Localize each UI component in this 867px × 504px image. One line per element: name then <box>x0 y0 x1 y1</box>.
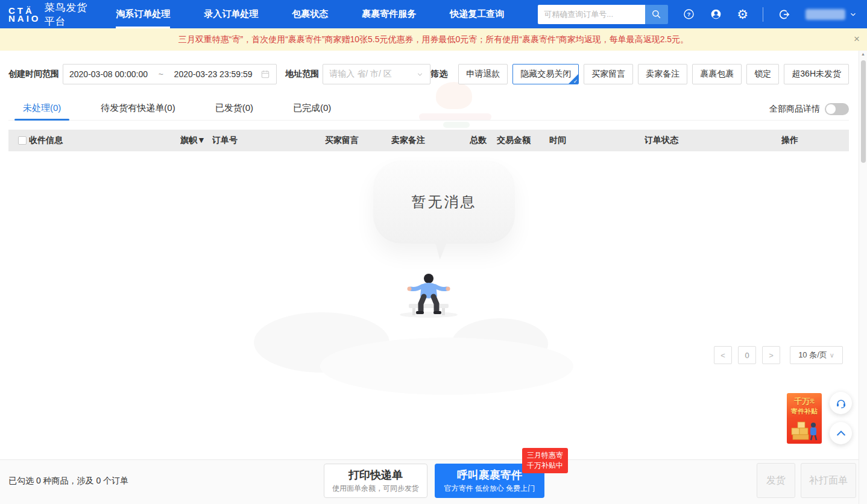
scrollbar-up-arrow[interactable]: ▲ <box>859 52 867 56</box>
ship-button[interactable]: 发货 <box>757 463 795 498</box>
table-column-header: 操作 <box>781 135 849 146</box>
user-menu-caret[interactable] <box>849 10 857 19</box>
nav-item-label: 快递复工查询 <box>450 8 504 20</box>
order-search-box <box>538 5 668 24</box>
filter-chip[interactable]: 裹裹包裹 <box>692 64 742 84</box>
product-detail-toggle-group: 全部商品详情 <box>769 103 849 120</box>
table-column-header: 收件信息 <box>29 135 180 146</box>
pagination: < 0 > 10 条/页 ∨ <box>708 346 843 364</box>
select-all-checkbox[interactable] <box>18 136 27 145</box>
logo-mark: CTÄ NAIO <box>8 7 41 22</box>
print-waybill-title: 打印快递单 <box>348 468 403 482</box>
gear-icon: ⚙ <box>737 8 748 20</box>
filter-chip-label: 超36H未发货 <box>792 69 841 78</box>
tab[interactable]: 待发货有快递单(0) <box>99 96 176 120</box>
table-column-header: 交易金额 <box>497 135 549 146</box>
filter-chip[interactable]: 买家留言 <box>584 64 633 84</box>
tab[interactable]: 未处理(0) <box>22 96 62 120</box>
address-select[interactable]: 请输入 省/ 市/ 区 <box>323 64 430 84</box>
filter-chip-list: 申请退款 隐藏交易关闭 买家留言 卖家备注 裹裹包裹 锁定 超36H未发货 <box>453 64 849 84</box>
table-column-header: 总数 <box>470 135 497 146</box>
table-column-header: 订单状态 <box>645 135 781 146</box>
chevron-down-icon <box>416 71 424 78</box>
nav-item[interactable]: 包裹状态 <box>292 0 328 28</box>
table-column-header[interactable]: 旗帜▼ <box>180 135 212 146</box>
date-range-picker[interactable]: 2020-03-08 00:00:00 ~ 2020-03-23 23:59:5… <box>63 64 277 84</box>
table-column-header: 时间 <box>549 135 645 146</box>
nav-item[interactable]: 快递复工查询 <box>450 0 504 28</box>
table-column-header: 卖家备注 <box>391 135 470 146</box>
scrollbar-thumb[interactable] <box>861 60 866 163</box>
app-root: CTÄ NAIO 菜鸟发货平台 淘系订单处理 录入订单处理 包裹状态 <box>0 0 867 504</box>
table-column-header: 订单号 <box>212 135 325 146</box>
filter-chip[interactable]: 卖家备注 <box>638 64 687 84</box>
tab-label: 已完成(0) <box>293 102 331 113</box>
nav-item[interactable]: 裹裹寄件服务 <box>362 0 416 28</box>
vertical-scrollbar[interactable]: ▲ <box>859 51 867 504</box>
ad-line2: 寄件补贴 <box>787 407 822 416</box>
next-page-button[interactable]: > <box>762 346 780 364</box>
top-nav: CTÄ NAIO 菜鸟发货平台 淘系订单处理 录入订单处理 包裹状态 <box>0 0 867 28</box>
logo-line2: NAIO <box>8 14 41 22</box>
print-waybill-button[interactable]: 打印快递单 使用面单余额，可同步发货 <box>324 464 427 498</box>
filter-chip-label: 买家留言 <box>591 69 625 78</box>
toggle-knob <box>826 104 836 114</box>
filter-chip[interactable]: 申请退款 <box>458 64 508 84</box>
call-guoguo-title: 呼叫裹裹寄件 <box>457 468 522 482</box>
filter-row: 创建时间范围 2020-03-08 00:00:00 ~ 2020-03-23 … <box>8 64 849 84</box>
promo-badge: 三月特惠寄 千万补贴中 <box>522 448 568 473</box>
print-waybill-subtitle: 使用面单余额，可同步发货 <box>332 484 419 494</box>
headset-icon <box>710 8 722 20</box>
tab[interactable]: 已完成(0) <box>292 96 332 120</box>
tab-label: 已发货(0) <box>215 102 253 113</box>
floating-service-button[interactable] <box>830 392 852 414</box>
nav-item-label: 包裹状态 <box>292 8 328 20</box>
search-button[interactable] <box>645 5 668 24</box>
tab[interactable]: 已发货(0) <box>214 96 254 120</box>
filter-chip-label: 裹裹包裹 <box>700 69 734 78</box>
table-header: 收件信息 旗帜▼ 订单号 买家留言 卖家备注 总数 交易金额 时间 订单状态 <box>8 130 849 151</box>
filter-label: 筛选 <box>430 69 447 80</box>
nav-item-label: 裹裹寄件服务 <box>362 8 416 20</box>
product-detail-toggle[interactable] <box>825 103 849 115</box>
nav-item[interactable]: 录入订单处理 <box>204 0 258 28</box>
svg-text:?: ? <box>687 11 691 17</box>
banner-close-button[interactable]: × <box>854 34 860 45</box>
logout-button[interactable] <box>778 8 791 21</box>
nav-item[interactable]: 淘系订单处理 <box>116 0 170 28</box>
settings-button[interactable]: ⚙ <box>737 8 748 20</box>
logout-icon <box>778 8 791 21</box>
filter-chip[interactable]: 隐藏交易关闭 <box>512 64 579 84</box>
date-start: 2020-03-08 00:00:00 <box>69 69 148 79</box>
customer-service-button[interactable] <box>710 8 722 20</box>
promo-badge-line1: 三月特惠寄 <box>527 450 563 461</box>
tabs-row: 未处理(0) 待发货有快递单(0) 已发货(0) 已完成(0) 全部商品详情 <box>8 95 849 121</box>
sitting-person-illustration <box>396 258 462 318</box>
call-guoguo-subtitle: 官方寄件 低价放心 免费上门 <box>444 484 535 494</box>
bottom-action-bar: 已勾选 0 种商品，涉及 0 个订单 打印快递单 使用面单余额，可同步发货 呼叫… <box>0 459 859 504</box>
filter-chip-label: 申请退款 <box>466 69 500 78</box>
topnav-right: ? ⚙ <box>538 5 867 24</box>
address-placeholder: 请输入 省/ 市/ 区 <box>329 69 391 80</box>
toggle-label: 全部商品详情 <box>769 104 820 115</box>
subsidy-ad-banner[interactable]: 千万元 寄件补贴 <box>787 393 822 444</box>
ad-line1: 千万 <box>794 397 810 406</box>
main-nav: 淘系订单处理 录入订单处理 包裹状态 裹裹寄件服务 快递复工查询 <box>116 0 538 28</box>
help-button[interactable]: ? <box>683 8 695 20</box>
headset-icon <box>835 397 847 409</box>
topnav-divider <box>763 7 763 22</box>
back-to-top-button[interactable] <box>830 422 852 444</box>
prev-page-button[interactable]: < <box>714 346 732 364</box>
empty-message-bubble: 暂无消息 <box>373 160 515 244</box>
reprint-waybill-button[interactable]: 补打面单 <box>801 463 856 498</box>
page-size-select[interactable]: 10 条/页 ∨ <box>790 346 843 364</box>
order-search-input[interactable] <box>538 5 645 24</box>
tab-label: 未处理(0) <box>23 102 61 113</box>
chevron-down-icon <box>849 10 857 19</box>
filter-chip[interactable]: 锁定 <box>746 64 779 84</box>
empty-state: 暂无消息 <box>344 157 543 374</box>
calendar-icon <box>260 69 270 79</box>
platform-name: 菜鸟发货平台 <box>45 1 93 28</box>
filter-chip[interactable]: 超36H未发货 <box>784 64 849 84</box>
ground-decoration <box>320 338 573 395</box>
